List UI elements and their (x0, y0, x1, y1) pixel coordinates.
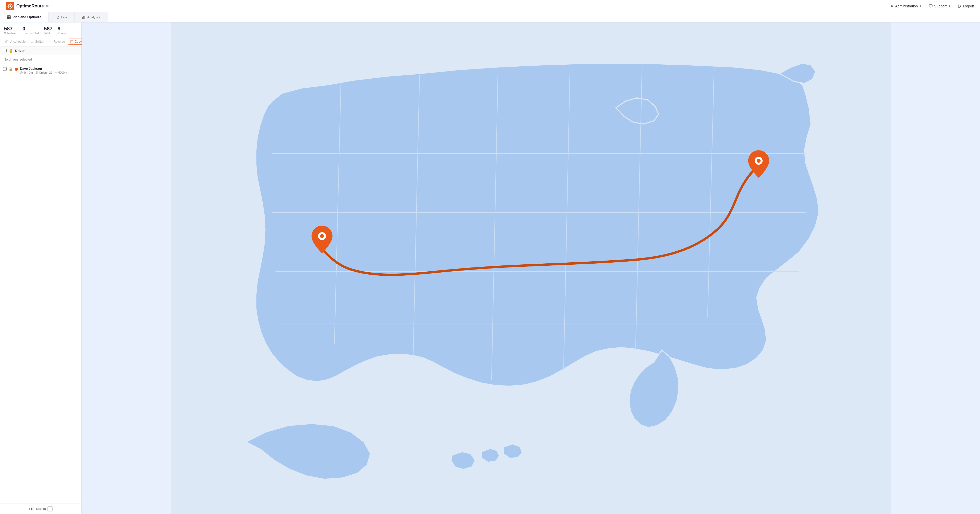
svg-point-7 (891, 5, 892, 6)
svg-line-18 (6, 41, 7, 42)
unschedule-icon (5, 40, 8, 43)
bar-chart-icon (82, 16, 86, 19)
tab-plan-optimize[interactable]: Plan and Optimize (0, 12, 49, 22)
svg-rect-9 (7, 16, 9, 17)
driver-meta: 96h 0m Orders: 29 50 (20, 71, 78, 74)
copy-label: Copy (75, 40, 82, 43)
driver-orders: Orders: 29 (35, 71, 52, 74)
tab-live[interactable]: Live (49, 12, 75, 22)
svg-rect-11 (7, 18, 9, 19)
stat-scheduled: 587 Scheduled (4, 26, 18, 35)
driver-list-header: 🔒 Driver (0, 46, 81, 55)
svg-rect-15 (83, 16, 84, 19)
administration-chevron: ▼ (919, 5, 922, 7)
scheduled-label: Scheduled (4, 32, 18, 35)
tab-analytics-label: Analytics (87, 15, 100, 19)
pin-icon (35, 71, 38, 74)
support-label: Support (934, 4, 947, 8)
left-panel: 587 Scheduled 0 Unscheduled 587 Total 8 … (0, 22, 82, 514)
reverse-icon (49, 40, 52, 43)
svg-point-2 (10, 5, 11, 7)
driver-checkbox[interactable] (3, 67, 6, 71)
routes-label: Routes (58, 32, 67, 35)
driver-time: 96h 0m (20, 71, 33, 74)
lock-header-icon: 🔒 (9, 48, 13, 53)
total-label: Total (44, 32, 50, 35)
action-bar: Unschedule Switch Reverse (0, 37, 81, 46)
administration-label: Administration (895, 4, 918, 8)
svg-rect-12 (9, 18, 11, 19)
hide-drivers-label: Hide Drivers (29, 507, 46, 511)
logout-label: Logout (963, 4, 974, 8)
switch-label: Switch (35, 40, 44, 43)
map-svg (82, 22, 980, 514)
hide-drivers-bar: Hide Drivers ‹ (0, 503, 81, 514)
switch-icon (30, 40, 34, 43)
stat-routes: 8 Routes (58, 26, 67, 35)
tab-live-label: Live (61, 15, 67, 19)
gear-icon (890, 4, 894, 8)
driver-color-dot (15, 68, 18, 71)
chat-icon (929, 4, 932, 8)
clock-icon (20, 71, 23, 74)
unschedule-button[interactable]: Unschedule (3, 39, 27, 45)
logout-nav-item[interactable]: Logout (958, 4, 974, 8)
header: OptimoRoute TM Administration ▼ Support … (0, 0, 980, 12)
svg-rect-10 (9, 16, 11, 17)
svg-point-34 (320, 234, 324, 238)
unschedule-label: Unschedule (10, 40, 25, 43)
svg-rect-16 (84, 16, 85, 19)
no-drivers-message: No drivers selected (0, 55, 81, 64)
tab-analytics[interactable]: Analytics (75, 12, 108, 22)
svg-rect-19 (71, 41, 73, 43)
support-nav-item[interactable]: Support ▼ (929, 4, 951, 8)
driver-distance: 5000ml (55, 71, 68, 74)
logo-icon (6, 2, 14, 10)
scheduled-value: 587 (4, 26, 13, 32)
logo: OptimoRoute TM (6, 2, 49, 10)
routes-value: 8 (58, 26, 60, 32)
reverse-button[interactable]: Reverse (47, 39, 67, 45)
svg-rect-14 (82, 17, 83, 19)
driver-name: Dave Jackson (20, 67, 78, 70)
administration-nav-item[interactable]: Administration ▼ (890, 4, 922, 8)
tab-plan-optimize-label: Plan and Optimize (13, 15, 41, 19)
svg-point-36 (757, 159, 760, 163)
svg-rect-8 (929, 5, 932, 7)
switch-button[interactable]: Switch (29, 39, 46, 45)
stat-total: 587 Total (44, 26, 52, 35)
unscheduled-label: Unscheduled (22, 32, 39, 35)
grid-icon (7, 15, 11, 19)
driver-column-label: Driver (15, 49, 25, 53)
reverse-label: Reverse (54, 40, 65, 43)
unscheduled-value: 0 (22, 26, 25, 32)
map-area[interactable] (82, 22, 980, 514)
driver-row[interactable]: 🔒 Dave Jackson 96h 0m (0, 64, 81, 77)
total-value: 587 (44, 26, 52, 32)
select-all-checkbox[interactable] (3, 49, 6, 53)
logo-text: OptimoRoute (16, 3, 44, 9)
driver-info: Dave Jackson 96h 0m Or (20, 67, 78, 74)
support-chevron: ▼ (948, 5, 951, 7)
logout-icon (958, 4, 961, 8)
driver-lock-icon: 🔒 (9, 67, 13, 71)
hide-chevron-icon: ‹ (48, 506, 52, 511)
stat-unscheduled: 0 Unscheduled (22, 26, 39, 35)
main-layout: 587 Scheduled 0 Unscheduled 587 Total 8 … (0, 22, 980, 514)
broadcast-icon (56, 16, 59, 19)
hide-drivers-button[interactable]: Hide Drivers ‹ (29, 506, 52, 511)
copy-icon (70, 40, 73, 43)
ruler-icon (55, 71, 58, 74)
svg-point-13 (57, 17, 58, 18)
svg-point-21 (37, 72, 37, 73)
header-nav: Administration ▼ Support ▼ Logout (890, 4, 974, 8)
stats-row: 587 Scheduled 0 Unscheduled 587 Total 8 … (0, 22, 81, 37)
tabs-bar: Plan and Optimize Live Analytics (0, 12, 980, 22)
